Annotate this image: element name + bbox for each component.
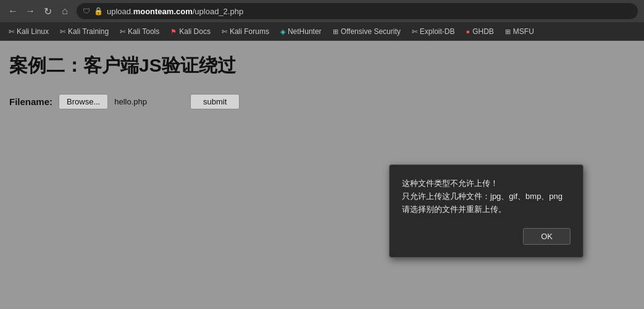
bookmark-kali-docs[interactable]: ⚑ Kali Docs — [165, 25, 215, 38]
bookmark-offensive-security[interactable]: ⊞ Offensive Security — [328, 25, 406, 38]
bookmark-label: GHDB — [472, 27, 494, 36]
bookmark-ghdb[interactable]: ● GHDB — [461, 25, 498, 38]
bookmark-label: Kali Training — [68, 27, 109, 36]
bookmark-kali-linux[interactable]: ✄ Kali Linux — [4, 25, 54, 38]
url-domain: moonteam.com — [133, 7, 193, 16]
forward-button[interactable]: → — [23, 4, 37, 18]
bookmark-label: Kali Tools — [128, 27, 159, 36]
home-button[interactable]: ⌂ — [58, 4, 72, 18]
bookmark-kali-forums[interactable]: ✄ Kali Forums — [217, 25, 274, 38]
back-button[interactable]: ← — [6, 4, 20, 18]
url-path: /upload_2.php — [193, 7, 243, 16]
refresh-button[interactable]: ↻ — [41, 4, 54, 18]
dialog-box: 这种文件类型不允许上传！ 只允许上传这几种文件：jpg、gif、bmp、png … — [389, 164, 583, 258]
bookmark-label: MSFU — [513, 27, 534, 36]
exploit-db-icon: ✄ — [412, 28, 417, 36]
bookmark-msfu[interactable]: ⊞ MSFU — [500, 25, 539, 38]
lock-icon: 🔒 — [94, 7, 103, 15]
url-text: upload.moonteam.com/upload_2.php — [107, 7, 243, 16]
bookmark-label: Offensive Security — [341, 27, 401, 36]
url-prefix: upload. — [107, 7, 133, 16]
shield-icon: 🛡 — [83, 7, 90, 15]
kali-training-icon: ✄ — [60, 28, 65, 36]
bookmark-nethunter[interactable]: ◈ NetHunter — [275, 25, 327, 38]
dialog-line3: 请选择别的文件并重新上传。 — [402, 203, 571, 216]
bookmark-label: Exploit-DB — [420, 27, 455, 36]
bookmark-kali-training[interactable]: ✄ Kali Training — [55, 25, 114, 38]
page-content: 案例二：客户端JS验证绕过 Filename: Browse... hello.… — [0, 41, 644, 309]
dialog-footer: OK — [402, 228, 571, 245]
nethunter-icon: ◈ — [280, 28, 285, 36]
nav-buttons: ← → ↻ ⌂ — [6, 4, 72, 18]
kali-tools-icon: ✄ — [120, 28, 125, 36]
kali-linux-icon: ✄ — [9, 28, 14, 36]
kali-forums-icon: ✄ — [222, 28, 227, 36]
ok-button[interactable]: OK — [523, 228, 571, 245]
offensive-security-icon: ⊞ — [333, 28, 338, 36]
dialog-line1: 这种文件类型不允许上传！ — [402, 177, 571, 190]
ghdb-icon: ● — [466, 28, 470, 35]
bookmark-label: Kali Linux — [17, 27, 49, 36]
browser-chrome: ← → ↻ ⌂ 🛡 🔒 upload.moonteam.com/upload_2… — [0, 0, 644, 22]
bookmark-exploit-db[interactable]: ✄ Exploit-DB — [407, 25, 460, 38]
bookmark-label: Kali Docs — [179, 27, 211, 36]
bookmark-label: Kali Forums — [230, 27, 269, 36]
bookmarks-bar: ✄ Kali Linux ✄ Kali Training ✄ Kali Tool… — [0, 22, 644, 41]
dialog-message: 这种文件类型不允许上传！ 只允许上传这几种文件：jpg、gif、bmp、png … — [402, 177, 571, 216]
address-bar[interactable]: 🛡 🔒 upload.moonteam.com/upload_2.php — [77, 3, 638, 19]
bookmark-label: NetHunter — [288, 27, 322, 36]
kali-docs-icon: ⚑ — [170, 28, 177, 36]
dialog-line2: 只允许上传这几种文件：jpg、gif、bmp、png — [402, 190, 571, 203]
msfu-icon: ⊞ — [505, 28, 511, 36]
bookmark-kali-tools[interactable]: ✄ Kali Tools — [115, 25, 164, 38]
dialog-overlay: 这种文件类型不允许上传！ 只允许上传这几种文件：jpg、gif、bmp、png … — [0, 41, 644, 309]
